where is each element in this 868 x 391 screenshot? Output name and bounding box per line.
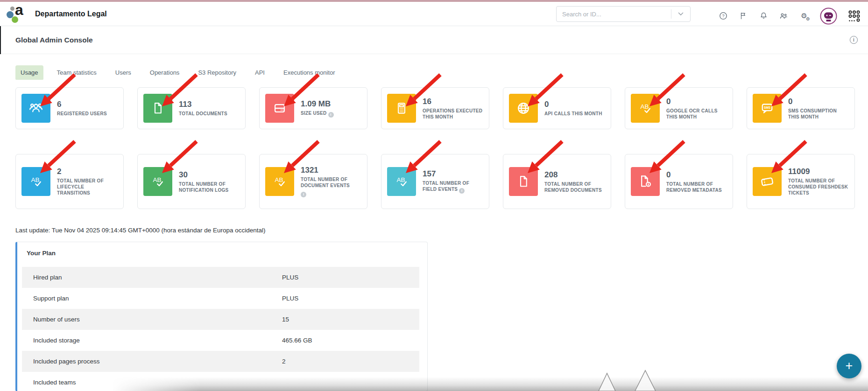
help-button[interactable]: ? [719,11,728,21]
ab-check-icon: AB [21,167,50,196]
assistant-avatar[interactable] [820,7,837,25]
apps-grid-button[interactable] [848,10,861,22]
notifications-button[interactable] [759,11,768,21]
robot-avatar-icon [820,7,837,25]
plan-row-value: 15 [282,316,419,323]
stat-card: AB 0 GOOGLE OCR CALLS THIS MONTH [625,87,733,129]
tab-operations[interactable]: Operations [145,65,185,80]
brand-logo[interactable]: a [6,4,26,24]
stat-card: AB 1321 TOTAL NUMBER OF DOCUMENT EVENTSi [259,154,367,209]
stat-card: 6 REGISTERED USERS [15,87,124,129]
plan-row-value: 465.66 GB [282,337,419,344]
settings-button[interactable]: ⚙ ⚙ [799,11,809,21]
stat-value: 2 [57,167,118,176]
stat-value: 30 [179,170,240,180]
plan-row-label: Number of users [22,316,282,323]
apps-grid-icon [848,10,861,22]
plan-row-value: PLUS [282,295,419,302]
stat-card: 1.09 MB SIZE USEDi [259,87,367,129]
users-icon [779,11,788,21]
stat-label: TOTAL NUMBER OF REMOVED DOCUMENTS [544,181,605,193]
stat-card: 11009 TOTAL NUMBER OF CONSUMED FRESHDESK… [747,154,855,209]
header-icon-bar: ? ⚙ ⚙ [719,7,861,25]
plan-row-label: Hired plan [22,274,282,281]
plan-row-label: Included storage [22,337,282,344]
stat-card: AB 2 TOTAL NUMBER OF LIFECYCLE TRANSITIO… [15,154,124,209]
plan-row-value: 2 [282,358,419,365]
ticket-icon [753,167,782,196]
feedback-button[interactable] [739,11,748,21]
stat-value: 1321 [301,166,361,175]
tab-s3-repository[interactable]: S3 Repository [193,65,241,80]
team-button[interactable] [779,11,788,21]
global-search [556,6,691,22]
document-icon [509,167,538,196]
stat-value: 0 [544,100,602,109]
stat-card: AB 157 TOTAL NUMBER OF FIELD EVENTSi [381,154,489,209]
stat-value: 6 [57,100,107,109]
svg-text:AB: AB [275,176,283,183]
stat-label: TOTAL NUMBER OF REMOVED METADATAS [666,181,727,193]
stat-card: 16 OPERATIONS EXECUTED THIS MONTH [381,87,489,129]
logo-dot-gray [10,7,14,11]
stat-label: SIZE USEDi [301,110,334,118]
stat-value: 1.09 MB [301,99,334,109]
info-dot-icon[interactable]: i [301,192,306,197]
stat-value: 0 [666,97,727,106]
search-scope-dropdown[interactable] [671,12,690,16]
tab-users[interactable]: Users [110,65,136,80]
page-title-bar: Global Admin Console i [0,26,868,54]
search-input[interactable] [557,7,671,21]
ab-check-icon: AB [265,167,294,196]
document-info-icon [631,167,660,196]
users-group-icon [21,94,50,123]
flag-icon [739,11,748,21]
plan-row-value: PLUS [282,274,419,281]
stat-label: TOTAL DOCUMENTS [179,111,227,117]
stat-card: SMS 0 SMS CONSUMPTION THIS MONTH [747,87,855,129]
plan-row: Number of users 15 [22,309,419,330]
stat-card: 113 TOTAL DOCUMENTS [137,87,246,129]
chevron-down-icon [678,12,684,16]
stats-row-2: AB 2 TOTAL NUMBER OF LIFECYCLE TRANSITIO… [15,154,855,209]
globe-icon [509,94,538,123]
stat-label: GOOGLE OCR CALLS THIS MONTH [666,108,727,120]
stat-card: 208 TOTAL NUMBER OF REMOVED DOCUMENTS [503,154,611,209]
storage-drive-icon [265,94,294,123]
stat-card: AB 30 TOTAL NUMBER OF NOTIFICATION LOGS [137,154,246,209]
logo-letter: a [15,1,23,19]
plan-row: Hired plan PLUS [22,267,419,288]
stat-value: 0 [666,170,727,180]
svg-text:AB: AB [396,176,405,183]
stat-card: 0 API CALLS THIS MONTH [503,87,611,129]
info-dot-icon[interactable]: i [328,112,334,118]
tab-api[interactable]: API [250,65,270,80]
tab-executions-monitor[interactable]: Executions monitor [278,65,340,80]
stat-value: 16 [423,97,483,106]
stat-value: 113 [179,100,227,109]
stat-label: TOTAL NUMBER OF CONSUMED FRESHDESK TICKE… [788,178,849,196]
ab-check-icon: AB [143,167,172,196]
info-dot-icon[interactable]: i [459,188,465,194]
ab-check-icon: AB [631,94,660,123]
page-info-button[interactable]: i [850,36,858,44]
tab-team-statistics[interactable]: Team statistics [52,65,102,80]
plan-row: Support plan PLUS [22,288,419,309]
stat-label: TOTAL NUMBER OF NOTIFICATION LOGS [179,181,240,193]
svg-text:?: ? [722,14,724,18]
stat-label: TOTAL NUMBER OF DOCUMENT EVENTS [301,176,361,189]
stat-value: 11009 [788,167,849,176]
plan-row-label: Included pages process [22,358,282,365]
svg-text:AB: AB [31,176,39,183]
plan-title: Your Plan [27,250,427,257]
stat-label: TOTAL NUMBER OF FIELD EVENTSi [423,180,483,194]
page-title: Global Admin Console [15,36,93,44]
stat-label: OPERATIONS EXECUTED THIS MONTH [423,108,483,120]
tab-usage[interactable]: Usage [15,65,43,80]
stat-value: 0 [788,97,849,106]
add-button[interactable]: + [837,354,861,378]
your-plan-panel: Your Plan Hired plan PLUS Support plan P… [15,242,428,391]
app-header: a Departamento Legal ? [0,2,868,26]
help-icon: ? [719,11,728,21]
stats-row-1: 6 REGISTERED USERS 113 TOTAL DOCUMENTS 1… [15,87,855,129]
